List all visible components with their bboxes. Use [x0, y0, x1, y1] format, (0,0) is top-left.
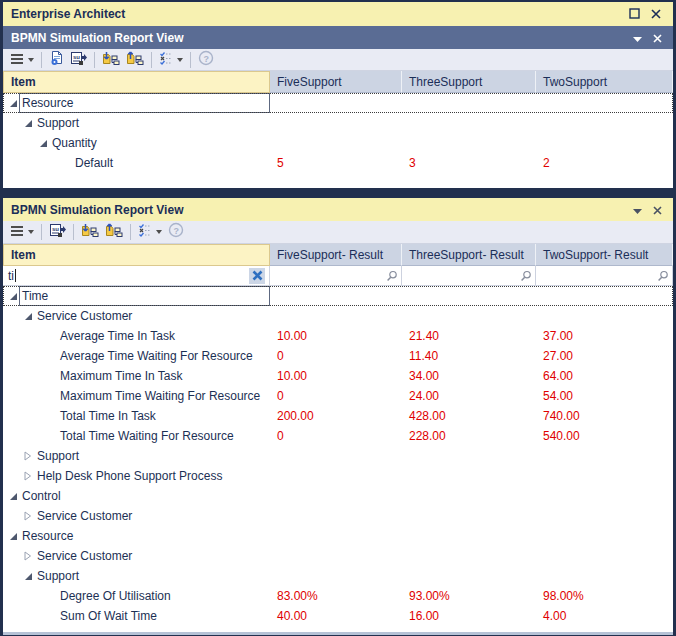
- tree-row[interactable]: Total Time In Task200.00428.00740.00: [3, 406, 673, 426]
- panel-dropdown-button[interactable]: [627, 29, 647, 47]
- column-header-item[interactable]: Item: [3, 244, 270, 266]
- column-header-1[interactable]: FiveSupport: [270, 71, 402, 93]
- column-header-2[interactable]: ThreeSupport: [402, 71, 536, 93]
- tree-item-cell[interactable]: Quantity: [3, 133, 270, 153]
- tree-row[interactable]: Maximum Time In Task10.0034.0064.00: [3, 366, 673, 386]
- tree-expanded-icon[interactable]: [37, 140, 49, 147]
- column-header-3[interactable]: TwoSupport- Result: [536, 244, 673, 266]
- maximize-button[interactable]: [623, 5, 645, 23]
- value-text: 16.00: [409, 609, 439, 623]
- tree-collapsed-icon[interactable]: [22, 511, 34, 521]
- tree-row[interactable]: Help Desk Phone Support Process: [3, 466, 673, 486]
- column-filter-input-3[interactable]: [536, 266, 673, 286]
- tree-item-cell[interactable]: Total Time In Task: [3, 406, 270, 426]
- tree-item-cell[interactable]: Degree Of Utilisation: [3, 586, 270, 606]
- tree-row[interactable]: Service Customer: [3, 306, 673, 326]
- tree-item-cell[interactable]: Resource: [3, 526, 270, 546]
- tree-expanded-icon[interactable]: [7, 533, 19, 540]
- chevron-down-icon: [633, 201, 642, 219]
- expand-all-button[interactable]: [78, 222, 102, 242]
- field-chooser-icon: [138, 223, 153, 241]
- tree-expanded-icon[interactable]: [7, 293, 19, 300]
- tree-row[interactable]: Support: [3, 566, 673, 586]
- simulation-export-button[interactable]: su: [46, 222, 69, 242]
- tree-item-cell[interactable]: Average Time Waiting For Resource: [3, 346, 270, 366]
- field-chooser-button[interactable]: [135, 222, 165, 242]
- tree-row[interactable]: Sum Of Wait Time40.0016.004.00: [3, 606, 673, 626]
- column-header-1[interactable]: FiveSupport- Result: [270, 244, 402, 266]
- help-button[interactable]: ?: [195, 50, 217, 70]
- column-filter-input-1[interactable]: [270, 266, 402, 286]
- report-document-button[interactable]: [46, 50, 67, 70]
- tree-expanded-icon[interactable]: [22, 120, 34, 127]
- tree-expanded-icon[interactable]: [7, 493, 19, 500]
- clear-filter-button[interactable]: [249, 268, 265, 284]
- tree-item-cell[interactable]: Support: [3, 446, 270, 466]
- tree-expanded-icon[interactable]: [22, 313, 34, 320]
- window-titlebar: Enterprise Architect: [3, 2, 673, 26]
- tree-row[interactable]: Maximum Time Waiting For Resource024.005…: [3, 386, 673, 406]
- tree-row[interactable]: Service Customer: [3, 506, 673, 526]
- tree-row[interactable]: Total Time Waiting For Resource0228.0054…: [3, 426, 673, 446]
- tree-row[interactable]: Default532: [3, 153, 673, 173]
- panel-close-button[interactable]: [647, 201, 667, 219]
- help-button[interactable]: ?: [165, 222, 187, 242]
- tree-item-cell[interactable]: Support: [3, 113, 270, 133]
- tree-row[interactable]: Degree Of Utilisation83.00%93.00%98.00%: [3, 586, 673, 606]
- value-cell: 98.00%: [536, 589, 673, 603]
- value-text: 10.00: [277, 329, 307, 343]
- tree-row[interactable]: Support: [3, 113, 673, 133]
- column-header-2[interactable]: ThreeSupport- Result: [402, 244, 536, 266]
- tree-row[interactable]: Average Time Waiting For Resource011.402…: [3, 346, 673, 366]
- tree-row[interactable]: Control: [3, 486, 673, 506]
- tree-item-cell[interactable]: Help Desk Phone Support Process: [3, 466, 270, 486]
- panel-close-button[interactable]: [647, 29, 667, 47]
- tree-item-cell[interactable]: Maximum Time Waiting For Resource: [3, 386, 270, 406]
- value-text: 54.00: [543, 389, 573, 403]
- tree-item-cell[interactable]: Sum Of Wait Time: [3, 606, 270, 626]
- column-header-item[interactable]: Item: [3, 71, 270, 93]
- tree-row[interactable]: Support: [3, 446, 673, 466]
- tree-item-cell[interactable]: Control: [3, 486, 270, 506]
- tree-row[interactable]: Average Time In Task10.0021.4037.00: [3, 326, 673, 346]
- tree-item-cell[interactable]: Time: [3, 286, 270, 306]
- column-header-3[interactable]: TwoSupport: [536, 71, 673, 93]
- collapse-all-button[interactable]: [102, 222, 126, 242]
- tree-collapsed-icon[interactable]: [22, 471, 34, 481]
- collapse-all-button[interactable]: [123, 50, 147, 70]
- tree-item-cell[interactable]: Default: [3, 153, 270, 173]
- menu-button[interactable]: [7, 222, 37, 242]
- panel-dropdown-button[interactable]: [627, 201, 647, 219]
- tree-item-cell[interactable]: Average Time In Task: [3, 326, 270, 346]
- panel-header-report-view-1[interactable]: BPMN Simulation Report View: [3, 26, 673, 49]
- tree-item-cell[interactable]: Total Time Waiting For Resource: [3, 426, 270, 446]
- panel-header-report-view-2[interactable]: BPMN Simulation Report View: [3, 198, 673, 221]
- tree-expanded-icon[interactable]: [22, 573, 34, 580]
- tree-row[interactable]: Service Customer: [3, 546, 673, 566]
- tree-row[interactable]: Resource: [3, 93, 673, 113]
- tree-item-cell[interactable]: Maximum Time In Task: [3, 366, 270, 386]
- column-filter-input-2[interactable]: [402, 266, 536, 286]
- tree-collapsed-icon[interactable]: [22, 451, 34, 461]
- field-chooser-button[interactable]: [156, 50, 186, 70]
- tree-item-cell[interactable]: Service Customer: [3, 306, 270, 326]
- tree-row[interactable]: Time: [3, 286, 673, 306]
- tree-item-cell[interactable]: Support: [3, 566, 270, 586]
- menu-button[interactable]: [7, 50, 37, 70]
- tree-row[interactable]: Quantity: [3, 133, 673, 153]
- expand-all-button[interactable]: [99, 50, 123, 70]
- tree-expanded-icon[interactable]: [7, 100, 19, 107]
- svg-text:?: ?: [204, 53, 210, 63]
- help-icon: ?: [198, 50, 214, 70]
- simulation-export-button[interactable]: su: [67, 50, 90, 70]
- close-button[interactable]: [645, 5, 667, 23]
- value-text: 98.00%: [543, 589, 584, 603]
- item-filter-input[interactable]: ti: [3, 266, 270, 286]
- menu-icon: [10, 223, 25, 241]
- tree-item-cell[interactable]: Service Customer: [3, 506, 270, 526]
- tree-row[interactable]: Resource: [3, 526, 673, 546]
- panel-separator: [3, 188, 673, 198]
- tree-collapsed-icon[interactable]: [22, 551, 34, 561]
- tree-item-cell[interactable]: Resource: [3, 93, 270, 113]
- tree-item-cell[interactable]: Service Customer: [3, 546, 270, 566]
